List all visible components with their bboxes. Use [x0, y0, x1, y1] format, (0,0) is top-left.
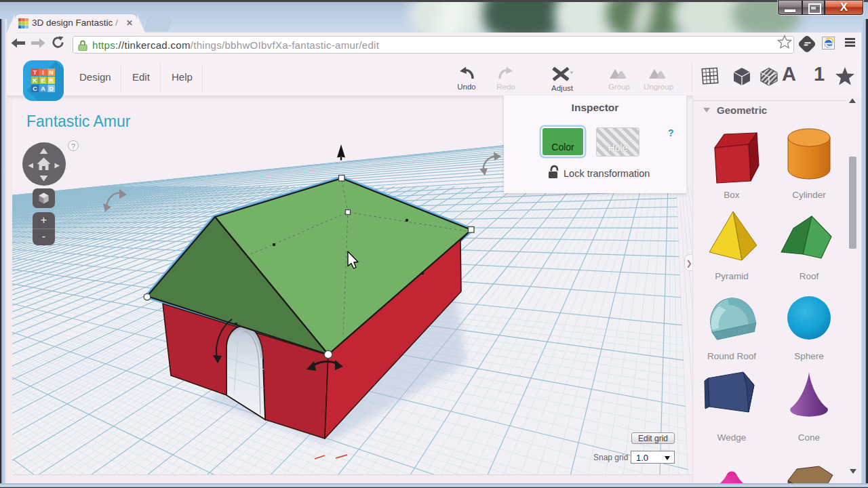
- svg-text:K: K: [33, 77, 37, 84]
- svg-text:A: A: [41, 85, 45, 92]
- svg-text:D: D: [49, 85, 54, 92]
- svg-text:N: N: [49, 69, 54, 76]
- svg-text:T: T: [33, 69, 37, 76]
- svg-text:I: I: [42, 69, 44, 76]
- svg-text:E: E: [41, 77, 45, 84]
- svg-text:C: C: [33, 85, 37, 92]
- svg-text:R: R: [49, 77, 54, 84]
